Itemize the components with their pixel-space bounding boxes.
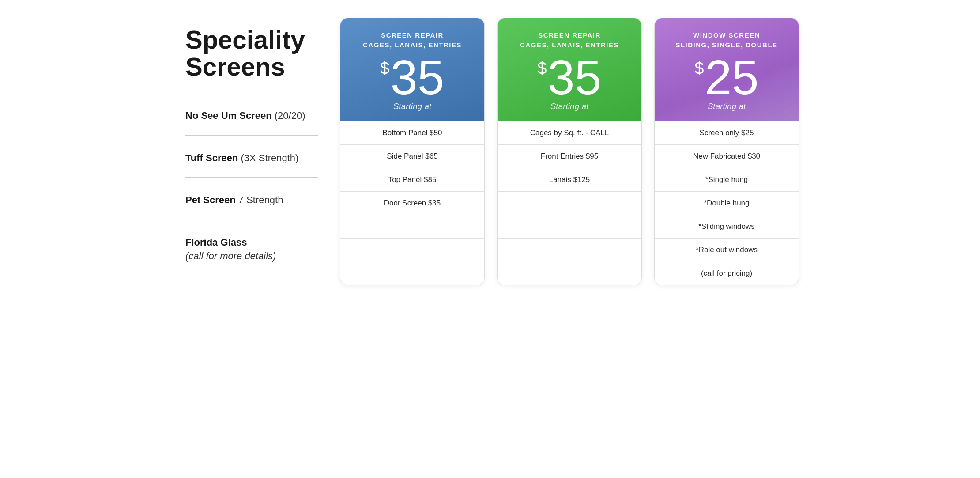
card-green-price-row: $ 35 bbox=[508, 55, 631, 99]
card-blue-row-5 bbox=[340, 215, 484, 238]
card-green-row-4 bbox=[498, 191, 641, 215]
card-green-amount: 35 bbox=[547, 55, 601, 99]
card-purple-row-1: Screen only $25 bbox=[655, 121, 799, 144]
card-blue-price-row: $ 35 bbox=[351, 55, 474, 99]
card-purple-subtitle: WINDOW SCREENSLIDING, SINGLE, DOUBLE bbox=[665, 30, 788, 50]
card-green-row-7 bbox=[498, 262, 641, 285]
card-purple-starting: Starting at bbox=[665, 102, 788, 111]
card-purple-body: Screen only $25 New Fabricated $30 *Sing… bbox=[655, 121, 799, 285]
sidebar-item-bold-1: No See Um Screen bbox=[185, 110, 272, 121]
sidebar-item-bold-2: Tuff Screen bbox=[185, 152, 238, 163]
cards-container: SCREEN REPAIRCAGES, LANAIS, ENTRIES $ 35… bbox=[340, 18, 799, 285]
card-blue-header: SCREEN REPAIRCAGES, LANAIS, ENTRIES $ 35… bbox=[340, 18, 484, 121]
card-green-row-5 bbox=[498, 215, 641, 238]
card-blue-row-4: Door Screen $35 bbox=[340, 191, 484, 215]
divider-2 bbox=[185, 135, 318, 136]
divider-1 bbox=[185, 93, 318, 93]
card-green-subtitle: SCREEN REPAIRCAGES, LANAIS, ENTRIES bbox=[508, 30, 631, 50]
sidebar-item-florida-glass: Florida Glass (call for more details) bbox=[185, 228, 318, 268]
card-green-starting: Starting at bbox=[508, 102, 631, 111]
sidebar-item-tuff-screen: Tuff Screen (3X Strength) bbox=[185, 144, 318, 170]
sidebar-item-no-see-um: No See Um Screen (20/20) bbox=[185, 101, 318, 127]
card-purple: WINDOW SCREENSLIDING, SINGLE, DOUBLE $ 2… bbox=[654, 18, 799, 285]
card-green-dollar: $ bbox=[537, 60, 547, 76]
page-wrapper: Speciality Screens No See Um Screen (20/… bbox=[181, 18, 799, 285]
sidebar-title: Speciality Screens bbox=[185, 27, 318, 80]
card-purple-dollar: $ bbox=[694, 60, 704, 76]
card-blue-row-7 bbox=[340, 262, 484, 285]
sidebar-item-bold-4: Florida Glass bbox=[185, 237, 247, 248]
card-purple-row-3: *Single hung bbox=[655, 168, 799, 191]
card-purple-price-row: $ 25 bbox=[665, 55, 788, 99]
card-blue-row-6 bbox=[340, 238, 484, 262]
sidebar: Speciality Screens No See Um Screen (20/… bbox=[181, 18, 322, 277]
card-purple-row-6: *Role out windows bbox=[655, 238, 799, 262]
card-green-row-2: Front Entries $95 bbox=[498, 144, 641, 168]
card-green-header: SCREEN REPAIRCAGES, LANAIS, ENTRIES $ 35… bbox=[498, 18, 641, 121]
card-blue-body: Bottom Panel $50 Side Panel $65 Top Pane… bbox=[340, 121, 484, 285]
card-purple-row-7: (call for pricing) bbox=[655, 262, 799, 285]
sidebar-item-regular-2: (3X Strength) bbox=[238, 152, 298, 163]
card-purple-amount: 25 bbox=[705, 55, 758, 99]
card-blue-subtitle: SCREEN REPAIRCAGES, LANAIS, ENTRIES bbox=[351, 30, 474, 50]
sidebar-item-regular-3: 7 Strength bbox=[236, 194, 283, 205]
card-blue: SCREEN REPAIRCAGES, LANAIS, ENTRIES $ 35… bbox=[340, 18, 485, 285]
divider-3 bbox=[185, 177, 318, 178]
card-blue-amount: 35 bbox=[390, 55, 444, 99]
card-green-body: Cages by Sq. ft. - CALL Front Entries $9… bbox=[498, 121, 641, 285]
card-blue-row-2: Side Panel $65 bbox=[340, 144, 484, 168]
card-green-row-3: Lanais $125 bbox=[498, 168, 641, 191]
divider-4 bbox=[185, 220, 318, 220]
sidebar-item-bold-3: Pet Screen bbox=[185, 194, 236, 205]
card-green: SCREEN REPAIRCAGES, LANAIS, ENTRIES $ 35… bbox=[497, 18, 642, 285]
card-green-row-6 bbox=[498, 238, 641, 262]
card-green-row-1: Cages by Sq. ft. - CALL bbox=[498, 121, 641, 144]
sidebar-item-pet-screen: Pet Screen 7 Strength bbox=[185, 186, 318, 212]
card-purple-row-4: *Double hung bbox=[655, 191, 799, 215]
card-purple-row-2: New Fabricated $30 bbox=[655, 144, 799, 168]
card-blue-starting: Starting at bbox=[351, 102, 474, 111]
card-purple-header: WINDOW SCREENSLIDING, SINGLE, DOUBLE $ 2… bbox=[655, 18, 799, 121]
sidebar-item-regular-1: (20/20) bbox=[272, 110, 305, 121]
card-blue-dollar: $ bbox=[380, 60, 389, 76]
card-blue-row-1: Bottom Panel $50 bbox=[340, 121, 484, 144]
card-purple-row-5: *Sliding windows bbox=[655, 215, 799, 238]
card-blue-row-3: Top Panel $85 bbox=[340, 168, 484, 191]
sidebar-item-italic-4: (call for more details) bbox=[185, 250, 276, 262]
